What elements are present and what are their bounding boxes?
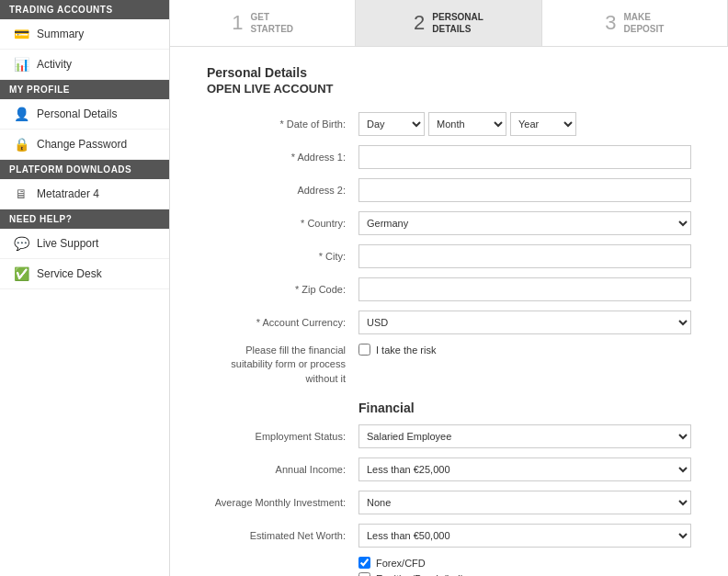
income-label: Annual Income:: [207, 464, 358, 475]
zip-row: * Zip Code:: [207, 277, 691, 301]
sidebar-item-label-service-desk: Service Desk: [37, 267, 102, 280]
income-select[interactable]: Less than €25,000: [358, 457, 691, 481]
sidebar-item-label-activity: Activity: [37, 58, 72, 71]
step2-label: PERSONALDETAILS: [432, 11, 483, 35]
zip-input[interactable]: [358, 277, 691, 301]
networth-field: Less than €50,000: [358, 524, 691, 548]
sidebar-item-metatrader4[interactable]: 🖥Metatrader 4: [0, 179, 169, 209]
personal-details-icon: 👤: [13, 106, 29, 122]
dob-day-select[interactable]: Day: [358, 112, 425, 136]
form-subtitle: OPEN LIVE ACCOUNT: [207, 82, 691, 96]
sidebar-item-personal-details[interactable]: 👤Personal Details: [0, 99, 169, 130]
city-label: * City:: [207, 251, 358, 262]
zip-field: [358, 277, 691, 301]
step1-label: GETSTARTED: [251, 11, 293, 35]
live-support-icon: 💬: [13, 235, 29, 252]
address2-label: Address 2:: [207, 185, 358, 196]
income-row: Annual Income: Less than €25,000: [207, 457, 691, 481]
sidebar: TRADING ACCOUNTS💳Summary📊ActivityMY PROF…: [0, 0, 170, 576]
sidebar-item-service-desk[interactable]: ✅Service Desk: [0, 259, 169, 289]
currency-select[interactable]: USD: [358, 311, 691, 334]
step-personal-details[interactable]: 2 PERSONALDETAILS: [356, 0, 541, 46]
country-select[interactable]: Germany: [358, 211, 691, 235]
sidebar-item-change-password[interactable]: 🔒Change Password: [0, 130, 169, 160]
form-title: Personal Details: [207, 65, 691, 80]
employment-row: Employment Status: Salaried Employee: [207, 424, 691, 448]
investment-field: None: [358, 491, 691, 514]
financial-section-header: Financial: [207, 401, 691, 415]
country-row: * Country: Germany: [207, 211, 691, 235]
networth-row: Estimated Net Worth: Less than €50,000: [207, 524, 691, 548]
zip-label: * Zip Code:: [207, 284, 358, 295]
form-container: Personal Details OPEN LIVE ACCOUNT * Dat…: [170, 47, 728, 576]
summary-icon: 💳: [13, 26, 29, 42]
employment-select[interactable]: Salaried Employee: [358, 424, 691, 448]
sidebar-item-label-metatrader4: Metatrader 4: [37, 187, 99, 200]
sidebar-item-live-support[interactable]: 💬Live Support: [0, 229, 169, 259]
suitability-checkbox[interactable]: [358, 344, 370, 356]
dob-row: * Date of Birth: Day Month Year: [207, 112, 691, 136]
address1-input[interactable]: [358, 145, 691, 169]
trading-knowledge-row: Trading Knowledge in: Forex/CFD Equities…: [207, 557, 691, 576]
suitability-label: Please fill the financial suitability fo…: [207, 344, 358, 386]
city-field: [358, 244, 691, 268]
dob-month-select[interactable]: Month: [428, 112, 506, 136]
sidebar-item-label-change-password: Change Password: [37, 138, 127, 151]
sidebar-item-label-summary: Summary: [37, 28, 84, 40]
address1-label: * Address 1:: [207, 152, 358, 163]
activity-icon: 📊: [13, 56, 29, 73]
metatrader4-icon: 🖥: [13, 186, 29, 202]
step1-number: 1: [232, 13, 243, 33]
country-label: * Country:: [207, 218, 358, 229]
address1-row: * Address 1:: [207, 145, 691, 169]
steps-bar: 1 GETSTARTED 2 PERSONALDETAILS 3 MAKEDEP…: [170, 0, 728, 47]
sidebar-item-summary[interactable]: 💳Summary: [0, 19, 169, 50]
currency-field: USD: [358, 311, 691, 334]
investment-label: Average Monthly Investment:: [207, 497, 358, 508]
change-password-icon: 🔒: [13, 136, 29, 152]
knowledge-forex-cfd-label: Forex/CFD: [376, 558, 426, 569]
suitability-row: Please fill the financial suitability fo…: [207, 344, 691, 386]
networth-select[interactable]: Less than €50,000: [358, 524, 691, 548]
suitability-field: I take the risk: [358, 344, 691, 356]
step-get-started[interactable]: 1 GETSTARTED: [170, 0, 356, 46]
sidebar-item-label-personal-details: Personal Details: [37, 107, 117, 120]
investment-row: Average Monthly Investment: None: [207, 491, 691, 514]
currency-row: * Account Currency: USD: [207, 311, 691, 334]
city-input[interactable]: [358, 244, 691, 268]
investment-select[interactable]: None: [358, 491, 691, 514]
trading-knowledge-field: Forex/CFD Equities/Bonds/Indices Binary …: [358, 557, 691, 576]
knowledge-equities-checkbox[interactable]: [358, 572, 370, 576]
income-field: Less than €25,000: [358, 457, 691, 481]
address2-row: Address 2:: [207, 178, 691, 202]
main-content: 1 GETSTARTED 2 PERSONALDETAILS 3 MAKEDEP…: [170, 0, 728, 576]
networth-label: Estimated Net Worth:: [207, 530, 358, 541]
sidebar-item-label-live-support: Live Support: [37, 237, 98, 250]
sidebar-section-my-profile: MY PROFILE: [0, 80, 169, 99]
sidebar-item-activity[interactable]: 📊Activity: [0, 50, 169, 80]
service-desk-icon: ✅: [13, 265, 29, 282]
step3-number: 3: [605, 13, 616, 33]
address1-field: [358, 145, 691, 169]
sidebar-section-platform-downloads: PLATFORM DOWNLOADS: [0, 160, 169, 179]
dob-field: Day Month Year: [358, 112, 691, 136]
employment-field: Salaried Employee: [358, 424, 691, 448]
address2-input[interactable]: [358, 178, 691, 202]
step-make-deposit[interactable]: 3 MAKEDEPOSIT: [542, 0, 728, 46]
dob-year-select[interactable]: Year: [510, 112, 576, 136]
step3-label: MAKEDEPOSIT: [623, 11, 664, 35]
country-field: Germany: [358, 211, 691, 235]
trading-knowledge-group: Forex/CFD Equities/Bonds/Indices Binary …: [358, 557, 478, 576]
knowledge-forex-cfd[interactable]: Forex/CFD: [358, 557, 478, 569]
step2-number: 2: [414, 13, 425, 33]
knowledge-equities[interactable]: Equities/Bonds/Indices: [358, 572, 478, 576]
employment-label: Employment Status:: [207, 431, 358, 442]
suitability-checkbox-label: I take the risk: [376, 344, 436, 356]
sidebar-section-trading-accounts: TRADING ACCOUNTS: [0, 0, 169, 19]
sidebar-section-need-help?: NEED HELP?: [0, 209, 169, 229]
address2-field: [358, 178, 691, 202]
dob-label: * Date of Birth:: [207, 119, 358, 130]
currency-label: * Account Currency:: [207, 317, 358, 328]
knowledge-forex-cfd-checkbox[interactable]: [358, 557, 370, 569]
city-row: * City:: [207, 244, 691, 268]
